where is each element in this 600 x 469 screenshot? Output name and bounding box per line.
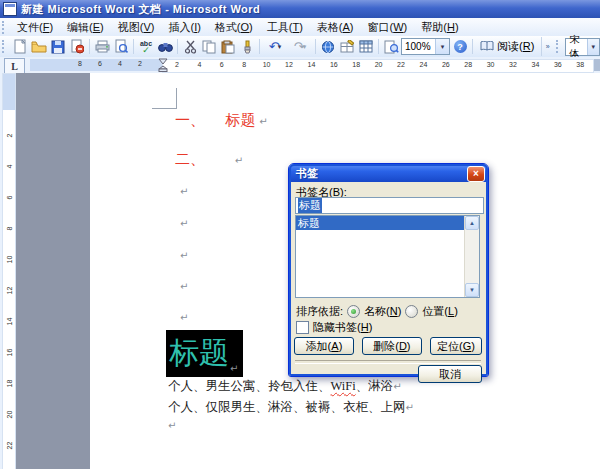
insert-hyperlink-button[interactable] [319, 38, 337, 55]
reading-layout-button[interactable]: 阅读(R) [476, 38, 538, 55]
chevron-right-icon: » [546, 44, 550, 49]
heading2-number: 二、 [175, 151, 205, 167]
font-name-combobox[interactable]: 宋体 ▾ [565, 38, 600, 56]
body-text-line-2[interactable]: 个人、仅限男生、淋浴、被褥、衣柜、上网↵ [168, 399, 414, 416]
ruler-tick-label: 34 [531, 61, 539, 68]
delete-button[interactable]: 删除(D) [362, 337, 422, 355]
toolbar-separator [89, 39, 90, 54]
toolbar-grip-icon[interactable] [2, 40, 7, 53]
zoom-combobox[interactable]: 100% ▾ [401, 38, 450, 55]
new-document-button[interactable] [11, 38, 29, 55]
dialog-titlebar[interactable]: 书签 [289, 164, 488, 182]
ruler-tick-label: 4 [197, 61, 201, 68]
hidden-bookmarks-row: 隐藏书签(H) [296, 320, 372, 335]
zoom-page-button[interactable] [382, 38, 400, 55]
word-document-icon [3, 2, 17, 16]
horizontal-ruler[interactable]: L 8642 246810121416182022242628303234363… [0, 57, 600, 73]
vertical-ruler[interactable]: 246810121416182022 [0, 73, 16, 469]
radio-sort-location[interactable] [405, 305, 418, 318]
cancel-button[interactable]: 取消 [418, 365, 482, 383]
redo-dropdown-icon[interactable]: ▾ [303, 43, 307, 51]
cut-button[interactable] [181, 38, 199, 55]
input-selected-text: 标题 [298, 198, 322, 213]
undo-dropdown-icon[interactable]: ▾ [278, 43, 282, 51]
spelling-grammar-button[interactable]: abc✓ [137, 38, 155, 55]
toolbar-separator [378, 39, 379, 54]
format-painter-button[interactable] [238, 38, 256, 55]
menu-window[interactable]: 窗口(W) [361, 18, 415, 37]
zoom-dropdown-icon[interactable]: ▾ [435, 39, 449, 54]
menu-help[interactable]: 帮助(H) [414, 18, 465, 37]
toolbar-separator [133, 39, 134, 54]
outside-page-area [16, 73, 90, 469]
globe-hyperlink-icon [321, 40, 335, 54]
menu-view[interactable]: 视图(V) [111, 18, 162, 37]
check-icon: ✓ [142, 45, 150, 55]
add-button[interactable]: 添加(A) [294, 337, 354, 355]
ruler-tick-label: 8 [6, 223, 13, 235]
undo-button[interactable]: ↶▾ [263, 38, 287, 55]
ruler-tick-label: 2 [6, 130, 13, 142]
list-item[interactable]: 标题 [296, 216, 464, 230]
print-preview-button[interactable] [112, 38, 130, 55]
dialog-close-button[interactable]: × [467, 166, 485, 182]
ruler-tick-label: 16 [330, 61, 338, 68]
redo-button[interactable]: ↷▾ [288, 38, 312, 55]
scroll-down-icon[interactable]: ▼ [465, 283, 479, 297]
menu-format[interactable]: 格式(O) [208, 18, 260, 37]
paste-button[interactable] [219, 38, 237, 55]
heading1-text: 标题 [226, 112, 256, 128]
bookmark-name-input[interactable]: 标题 [295, 197, 484, 214]
format-painter-brush-icon [241, 40, 253, 54]
dialog-separator [295, 360, 481, 364]
font-dropdown-icon[interactable]: ▾ [587, 39, 599, 55]
research-button[interactable] [156, 38, 174, 55]
dialog-buttons-row: 添加(A) 删除(D) 定位(G) [294, 337, 482, 355]
paragraph-mark-icon: ↵ [235, 155, 243, 166]
bookmark-list[interactable]: 标题 ▲ ▼ [295, 215, 480, 298]
menu-file[interactable]: 文件(F) [10, 18, 60, 37]
help-button[interactable]: ? [451, 38, 469, 55]
sort-name-label[interactable]: 名称(N) [364, 304, 401, 319]
hidden-bookmarks-label[interactable]: 隐藏书签(H) [313, 320, 372, 335]
tables-borders-button[interactable] [338, 38, 356, 55]
indent-marker-icon[interactable] [158, 58, 168, 72]
ruler-tick-label: 22 [6, 440, 13, 452]
ruler-tick-label: 4 [6, 161, 13, 173]
ruler-tick-label: 14 [307, 61, 315, 68]
permission-button[interactable] [68, 38, 86, 55]
right-indent-marker-icon[interactable] [594, 59, 600, 71]
selected-heading-text[interactable]: 标题 ↵ [166, 330, 243, 377]
copy-button[interactable] [200, 38, 218, 55]
body-text-line-1[interactable]: 个人、男生公寓、拎包入住、WiFi、淋浴↵ [168, 378, 402, 395]
tab-selector[interactable]: L [4, 58, 25, 74]
line2-text: 个人、仅限男生、淋浴、被褥、衣柜、上网 [168, 400, 406, 414]
list-scrollbar[interactable]: ▲ ▼ [464, 216, 479, 297]
menu-tools[interactable]: 工具(T) [260, 18, 310, 37]
ruler-tick-label: 20 [375, 61, 383, 68]
save-button[interactable] [49, 38, 67, 55]
sort-location-label[interactable]: 位置(L) [422, 304, 457, 319]
menu-insert[interactable]: 插入(I) [161, 18, 207, 37]
print-button[interactable] [93, 38, 111, 55]
toolbar-grip-icon[interactable] [556, 40, 561, 53]
hidden-bookmarks-checkbox[interactable] [296, 321, 309, 334]
menu-table[interactable]: 表格(A) [310, 18, 361, 37]
menu-edit[interactable]: 编辑(E) [60, 18, 111, 37]
toolbar-separator [259, 39, 260, 54]
toolbar-grip-icon[interactable] [2, 21, 7, 34]
open-button[interactable] [30, 38, 48, 55]
paragraph-mark-icon: ↵ [180, 218, 188, 229]
scroll-up-icon[interactable]: ▲ [465, 216, 479, 230]
paragraph-mark-icon: ↵ [180, 250, 188, 261]
heading-line-2[interactable]: 二、 ↵ [175, 150, 243, 169]
titlebar: 新建 Microsoft Word 文档 - Microsoft Word [0, 0, 600, 18]
radio-sort-name[interactable] [347, 305, 360, 318]
goto-button[interactable]: 定位(G) [430, 337, 482, 355]
toolbar-options-icon[interactable]: » [541, 37, 553, 56]
ruler-tick-label: 30 [487, 61, 495, 68]
word-window: 新建 Microsoft Word 文档 - Microsoft Word 文件… [0, 0, 600, 469]
heading-line-1[interactable]: 一、 标题 ↵ [175, 111, 268, 130]
ruler-tick-label: 20 [6, 409, 13, 421]
insert-table-button[interactable] [357, 38, 375, 55]
